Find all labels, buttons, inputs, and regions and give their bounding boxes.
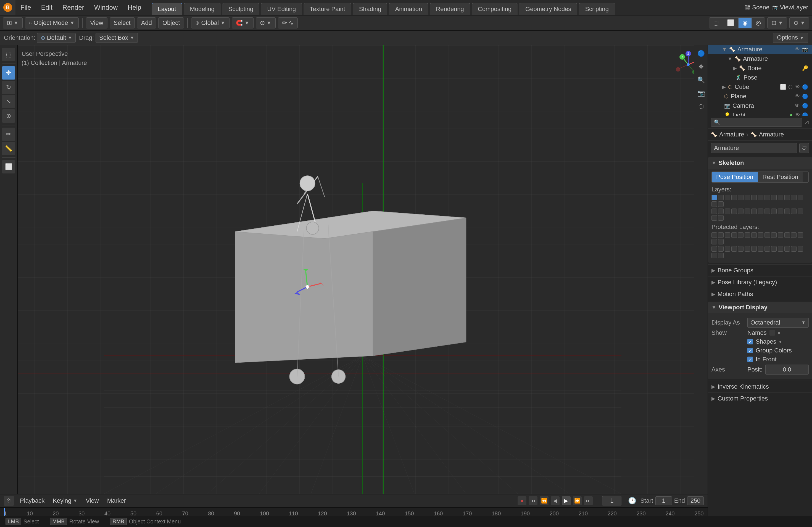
protected-layers-grid[interactable] <box>711 232 809 245</box>
material-preview-btn[interactable]: ◉ <box>739 17 752 28</box>
viewport-display-header[interactable]: ▼ Viewport Display <box>708 302 812 313</box>
layer-dot-13[interactable] <box>798 195 803 200</box>
tool-scale[interactable]: ⤡ <box>2 95 15 108</box>
start-input[interactable]: 1 <box>655 496 672 505</box>
protected-dot-22[interactable] <box>751 246 757 252</box>
menu-file[interactable]: File <box>15 0 36 15</box>
gizmo-btn[interactable]: ⊕ ▼ <box>789 17 809 28</box>
tab-compositing[interactable]: Compositing <box>472 3 518 15</box>
tool-rotate[interactable]: ↻ <box>2 80 15 94</box>
layer-dot-5[interactable] <box>744 195 750 200</box>
layer-dot-25[interactable] <box>771 208 777 214</box>
vp-move-icon[interactable]: ✥ <box>695 61 707 72</box>
layer-dot-8[interactable] <box>765 195 770 200</box>
protected-dot-1[interactable] <box>718 232 724 238</box>
layer-dot-18[interactable] <box>725 208 730 214</box>
tool-add-cube[interactable]: ⬜ <box>2 160 15 174</box>
protected-dot-15[interactable] <box>718 239 724 245</box>
outliner-armature-data[interactable]: ▼ 🦴 Armature <box>708 54 812 63</box>
jump-end-btn[interactable]: ⏭ <box>584 496 593 505</box>
timeline-editor-btn[interactable]: ⏱ <box>4 496 14 506</box>
snap-btn[interactable]: 🧲 ▼ <box>232 17 253 28</box>
protected-dot-14[interactable] <box>711 239 717 245</box>
layer-dot-23[interactable] <box>758 208 764 214</box>
bone-restrict[interactable]: 🔑 <box>802 65 808 71</box>
plane-viewport[interactable]: 🔵 <box>802 93 808 100</box>
protected-dot-27[interactable] <box>784 246 790 252</box>
cube-viewport[interactable]: 🔵 <box>802 84 808 90</box>
camera-eye[interactable]: 👁 <box>795 103 800 109</box>
outliner-cube[interactable]: ▶ ⬡ Cube ⬜ ⬡ 👁 🔵 <box>708 82 812 92</box>
layer-dot-14[interactable] <box>711 201 717 207</box>
light-eye[interactable]: 👁 <box>795 112 800 116</box>
outliner-armature-obj[interactable]: ▼ 🦴 Armature 👁 📷 <box>708 45 812 54</box>
layer-dot-29[interactable] <box>798 208 803 214</box>
tool-measure[interactable]: 📏 <box>2 142 15 155</box>
protected-dot-11[interactable] <box>784 232 790 238</box>
motion-paths-section[interactable]: ▶ Motion Paths <box>708 288 812 300</box>
tool-select-box[interactable]: ⬚ <box>2 48 15 61</box>
proportional-btn[interactable]: ⊙ ▼ <box>256 17 276 28</box>
protected-dot-20[interactable] <box>738 246 743 252</box>
protected-dot-29[interactable] <box>798 246 803 252</box>
menu-render[interactable]: Render <box>57 0 89 15</box>
layer-dot-22[interactable] <box>751 208 757 214</box>
play-btn[interactable]: ▶ <box>562 496 570 505</box>
protected-dot-13[interactable] <box>798 232 803 238</box>
tab-texture-paint[interactable]: Texture Paint <box>304 3 351 15</box>
names-checkbox[interactable] <box>769 330 775 336</box>
select-menu-btn[interactable]: Select <box>110 17 135 28</box>
tab-animation[interactable]: Animation <box>389 3 428 15</box>
outliner-light[interactable]: 💡 Light ● 👁 🔵 <box>708 111 812 116</box>
display-as-dropdown[interactable]: Octahedral ▼ <box>748 318 809 327</box>
tab-sculpting[interactable]: Sculpting <box>222 3 260 15</box>
protected-dot-3[interactable] <box>731 232 737 238</box>
rest-position-btn[interactable]: Rest Position <box>758 172 803 182</box>
vp-zoom-icon[interactable]: 🔍 <box>695 75 707 86</box>
options-btn[interactable]: Options ▼ <box>773 33 808 43</box>
properties-search-input[interactable] <box>722 119 799 126</box>
menu-window[interactable]: Window <box>89 0 122 15</box>
layer-dot-31[interactable] <box>718 215 724 221</box>
cube-eye[interactable]: 👁 <box>795 84 800 90</box>
layer-dot-16[interactable] <box>711 208 717 214</box>
layer-dot-1[interactable] <box>718 195 724 200</box>
layer-dot-3[interactable] <box>731 195 737 200</box>
properties-filter-icon[interactable]: ⊿ <box>804 119 809 126</box>
outliner-plane[interactable]: ⬡ Plane 👁 🔵 <box>708 92 812 101</box>
tl-marker-menu[interactable]: Marker <box>105 497 128 504</box>
pose-library-section[interactable]: ▶ Pose Library (Legacy) <box>708 276 812 288</box>
tab-shading[interactable]: Shading <box>353 3 388 15</box>
current-frame-box[interactable]: 1 <box>602 496 621 506</box>
tool-annotate[interactable]: ✏ <box>2 128 15 141</box>
tab-uv-editing[interactable]: UV Editing <box>261 3 302 15</box>
protected-dot-25[interactable] <box>771 246 777 252</box>
protected-dot-0[interactable] <box>711 232 717 238</box>
protected-dot-24[interactable] <box>765 246 770 252</box>
protected-dot-7[interactable] <box>758 232 764 238</box>
tab-scripting[interactable]: Scripting <box>579 3 615 15</box>
layer-dot-21[interactable] <box>744 208 750 214</box>
object-menu-btn[interactable]: Object <box>158 17 184 28</box>
record-btn[interactable]: ● <box>518 496 526 505</box>
layer-dot-19[interactable] <box>731 208 737 214</box>
jump-start-btn[interactable]: ⏮ <box>528 496 537 505</box>
outliner-camera[interactable]: 📷 Camera 👁 🔵 <box>708 101 812 111</box>
layer-dot-9[interactable] <box>771 195 777 200</box>
layer-dot-20[interactable] <box>738 208 743 214</box>
play-reverse-btn[interactable]: ◀ <box>551 496 560 505</box>
protected-dot-17[interactable] <box>718 246 724 252</box>
tool-move[interactable]: ✥ <box>2 66 15 79</box>
outliner-pose[interactable]: 🕺 Pose <box>708 73 812 82</box>
add-menu-btn[interactable]: Add <box>137 17 156 28</box>
layer-dot-6[interactable] <box>751 195 757 200</box>
viewport-3d[interactable]: User Perspective (1) Collection | Armatu… <box>18 45 708 494</box>
posit-input[interactable]: 0.0 <box>765 365 809 375</box>
layer-dot-26[interactable] <box>778 208 783 214</box>
protected-dot-16[interactable] <box>711 246 717 252</box>
end-input[interactable]: 250 <box>687 496 704 505</box>
protected-dot-8[interactable] <box>765 232 770 238</box>
layer-dot-27[interactable] <box>784 208 790 214</box>
inverse-kinematics-section[interactable]: ▶ Inverse Kinematics <box>708 381 812 393</box>
vp-ortho-icon[interactable]: ⬡ <box>695 101 707 112</box>
